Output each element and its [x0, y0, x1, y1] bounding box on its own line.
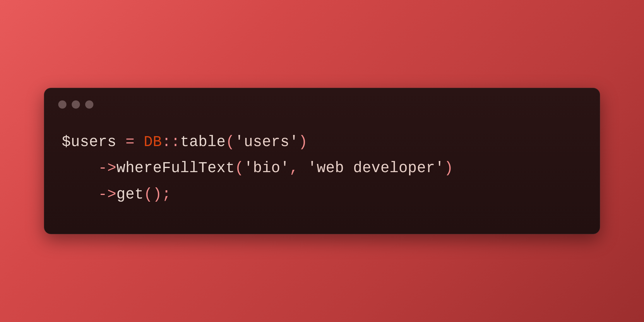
code-token: DB — [144, 134, 162, 150]
code-indent — [62, 160, 98, 177]
window-minimize-icon[interactable] — [72, 100, 80, 109]
code-token: , — [290, 160, 308, 177]
code-line: ->get(); — [62, 181, 582, 208]
code-editor[interactable]: $users = DB::table('users') ->whereFullT… — [44, 109, 600, 234]
code-token: -> — [98, 186, 116, 203]
code-line: $users = DB::table('users') — [62, 129, 582, 155]
code-token: whereFullText — [117, 160, 235, 177]
code-token: ) — [299, 134, 308, 150]
code-token: = — [126, 134, 144, 150]
code-token: 'users' — [235, 134, 299, 150]
code-token: :: — [162, 134, 180, 150]
code-indent — [62, 186, 98, 203]
code-token: $users — [62, 134, 126, 150]
code-token: ) — [444, 160, 453, 177]
window-close-icon[interactable] — [58, 100, 66, 109]
code-token: 'web developer' — [308, 160, 444, 177]
code-token: -> — [98, 160, 116, 177]
code-token: ( — [235, 160, 244, 177]
code-token: ( — [226, 134, 235, 150]
code-line: ->whereFullText('bio', 'web developer') — [62, 155, 582, 181]
code-window: $users = DB::table('users') ->whereFullT… — [44, 88, 600, 234]
code-token: get — [117, 186, 144, 203]
code-token: table — [180, 134, 226, 150]
code-token: 'bio' — [244, 160, 290, 177]
window-maximize-icon[interactable] — [85, 100, 93, 109]
window-titlebar — [44, 88, 600, 109]
code-token: (); — [144, 186, 171, 203]
